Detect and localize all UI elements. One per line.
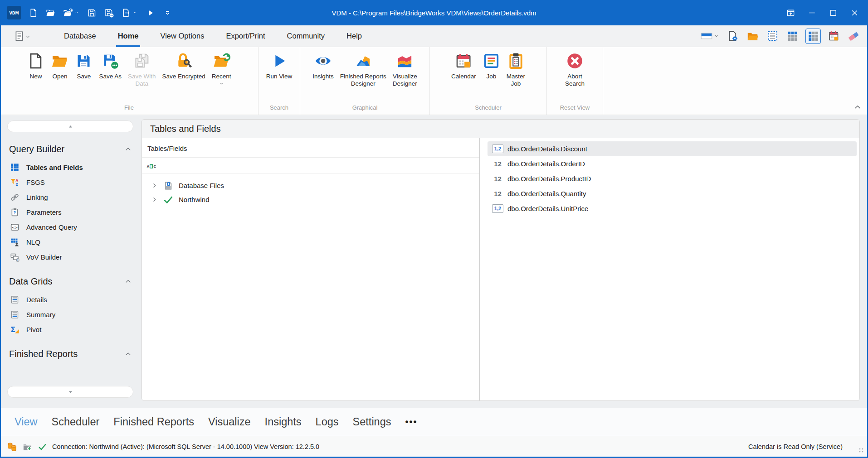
ribbon-button-save-with-data[interactable]: Save With Data <box>125 51 159 88</box>
ribbon-button-label: Run View <box>266 73 293 80</box>
tab-database[interactable]: Database <box>53 25 107 47</box>
ribbon-button-calendar[interactable]: Calendar <box>448 51 479 81</box>
tree-item-database-files[interactable]: Database Files <box>142 178 479 193</box>
tab-help[interactable]: Help <box>336 25 373 47</box>
sidebar-item-label: VoV Builder <box>26 253 62 261</box>
ribbon-button-run-view[interactable]: Run View <box>263 51 296 81</box>
field-row-dbo-orderdetails-orderid[interactable]: 12dbo.OrderDetails.OrderID <box>488 156 857 171</box>
sidebar-item-advanced-query[interactable]: <>Advanced Query <box>5 220 135 235</box>
open-folder-icon <box>51 52 68 70</box>
bottom-tab-insights[interactable]: Insights <box>265 416 302 428</box>
ribbon-button-insights[interactable]: Insights <box>309 51 337 81</box>
ribbon-button-finished-reports-designer[interactable]: Finished Reports Designer <box>337 51 390 88</box>
ribbon-tabs: DatabaseHomeView OptionsExport/PrintComm… <box>53 25 373 47</box>
bottom-tab-view[interactable]: View <box>15 416 38 428</box>
sidebar-scroll-down[interactable] <box>7 386 133 398</box>
bottom-tab-settings[interactable]: Settings <box>353 416 391 428</box>
section-header-finished-reports[interactable]: Finished Reports <box>9 349 132 359</box>
field-row-dbo-orderdetails-quantity[interactable]: 12dbo.OrderDetails.Quantity <box>488 186 857 201</box>
clear-view-button[interactable] <box>847 29 861 43</box>
ribbon-button-save-as[interactable]: Save As <box>96 51 125 81</box>
qat-export-icon <box>122 8 131 18</box>
tree-header: Tables/Fields <box>142 138 479 158</box>
bottom-tab-visualize[interactable]: Visualize <box>208 416 251 428</box>
ribbon-button-abort-search[interactable]: Abort Search <box>562 51 588 88</box>
tree-item-northwind[interactable]: Northwind <box>142 193 479 207</box>
chevron-up-icon <box>125 278 132 285</box>
theme-style-picker-button[interactable] <box>700 29 720 43</box>
bottom-tab-finished-reports[interactable]: Finished Reports <box>113 416 194 428</box>
customize-quick-access-button[interactable] <box>161 6 174 19</box>
bottom-tab-more[interactable]: ••• <box>405 417 418 427</box>
sidebar-item-pivot[interactable]: ΣPivot <box>5 322 135 337</box>
run-view-quick-button[interactable] <box>144 6 157 19</box>
section-header-data-grids[interactable]: Data Grids <box>9 276 132 287</box>
ribbon-button-job[interactable]: Job <box>479 51 503 81</box>
caret-down-white-icon <box>132 10 138 15</box>
ribbon-group-label: Graphical <box>300 102 429 115</box>
tab-view-options[interactable]: View Options <box>149 25 215 47</box>
bottom-tab-logs[interactable]: Logs <box>316 416 339 428</box>
maximize-button[interactable] <box>823 4 844 22</box>
calendar-view-button[interactable] <box>827 29 841 43</box>
resize-grip[interactable] <box>858 447 864 453</box>
sidebar-scroll-up[interactable] <box>7 121 133 132</box>
section-header-query-builder[interactable]: Query Builder <box>9 144 132 154</box>
open-recent-button[interactable] <box>61 6 81 19</box>
ribbon-button-open[interactable]: Open <box>48 51 72 81</box>
save-with-data-icon <box>133 52 151 70</box>
new-view-button[interactable] <box>27 6 40 19</box>
ribbon-button-recent[interactable]: Recent <box>209 51 234 87</box>
export-view-button[interactable] <box>120 6 140 19</box>
master-job-icon <box>507 52 525 70</box>
open-view-button[interactable] <box>44 6 57 19</box>
tab-home[interactable]: Home <box>107 25 150 47</box>
tables-and-fields-panel: Tables and Fields Tables/Fields ABC Data… <box>141 119 860 401</box>
ribbon-group-search: Run ViewSearch <box>258 47 300 115</box>
tab-community[interactable]: Community <box>276 25 336 47</box>
bottom-tab-scheduler[interactable]: Scheduler <box>52 416 100 428</box>
ribbon-button-save[interactable]: Save <box>72 51 96 81</box>
ribbon-button-master-job[interactable]: Master Job <box>503 51 528 88</box>
decimal-type-icon: 1,2 <box>492 204 503 213</box>
tab-export-print[interactable]: Export/Print <box>215 25 276 47</box>
connection-check-icon <box>38 443 47 451</box>
save-view-as-button[interactable] <box>102 6 116 19</box>
sidebar-item-tables-and-fields[interactable]: Tables and Fields <box>5 160 135 175</box>
calendar-status: Calendar is Read Only (Service) <box>748 443 862 450</box>
sidebar-item-vov-builder[interactable]: VoV Builder <box>5 250 135 265</box>
sidebar-item-label: FSGS <box>26 178 45 186</box>
sidebar-item-parameters[interactable]: ?Parameters <box>5 205 135 220</box>
ribbon-button-save-encrypted[interactable]: Save Encrypted <box>159 51 208 81</box>
sidebar-item-linking[interactable]: Linking <box>5 190 135 205</box>
ribbon-button-new[interactable]: New <box>24 51 48 81</box>
chevron-up-icon <box>125 146 132 153</box>
print-preview-button[interactable] <box>766 29 780 43</box>
triangle-down-icon <box>68 389 73 395</box>
sidebar-item-details[interactable]: Details <box>5 292 135 307</box>
sidebar-item-fsgs[interactable]: AZFSGS <box>5 175 135 190</box>
close-button[interactable] <box>844 4 865 22</box>
ribbon-display-button[interactable] <box>780 4 801 22</box>
sidebar-item-nlq[interactable]: NLQ <box>5 235 135 250</box>
grid-layout-button[interactable] <box>785 29 800 43</box>
field-row-dbo-orderdetails-productid[interactable]: 12dbo.OrderDetails.ProductID <box>488 171 857 186</box>
sidebar-item-summary[interactable]: Summary <box>5 307 135 322</box>
reports-designer-icon <box>354 52 372 70</box>
abc-filter-icon: ABC <box>146 160 156 171</box>
grid-layout-alt-button[interactable] <box>805 29 821 44</box>
collapse-ribbon-button[interactable] <box>853 103 862 111</box>
field-name-toggle[interactable]: ABC <box>142 158 479 174</box>
open-folder-button[interactable] <box>746 29 760 43</box>
field-row-dbo-orderdetails-discount[interactable]: 1,2dbo.OrderDetails.Discount <box>488 141 857 156</box>
svg-text:B: B <box>150 164 152 169</box>
integer-type-icon: 12 <box>492 160 503 168</box>
theme-swatch-icon <box>701 30 713 42</box>
vdm-logo-icon: VDM <box>7 6 21 19</box>
field-row-dbo-orderdetails-unitprice[interactable]: 1,2dbo.OrderDetails.UnitPrice <box>488 201 857 216</box>
report-options-button[interactable] <box>726 29 740 43</box>
ribbon-button-visualize-designer[interactable]: Visualize Designer <box>390 51 420 88</box>
minimize-button[interactable] <box>801 4 823 22</box>
application-menu-button[interactable] <box>14 30 30 42</box>
save-view-button[interactable] <box>85 6 98 19</box>
